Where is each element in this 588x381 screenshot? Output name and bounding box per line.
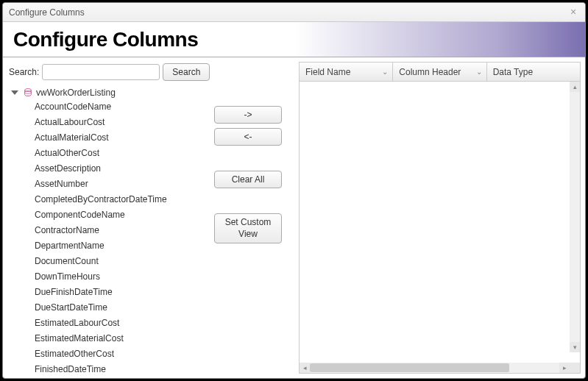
field-tree[interactable]: vwWorkOrderListing AccountCodeNameActual… [8, 86, 196, 373]
search-input[interactable] [42, 64, 160, 80]
tree-root-row[interactable]: vwWorkOrderListing [8, 86, 195, 99]
tree-item[interactable]: AssetDescription [35, 161, 195, 177]
database-icon [23, 88, 33, 98]
scroll-left-icon[interactable]: ◂ [300, 363, 310, 373]
column-label: Data Type [493, 67, 533, 77]
selected-columns-grid: Field Name ⌄ Column Header ⌄ Data Type ▴… [299, 62, 581, 374]
close-icon[interactable]: × [567, 7, 579, 18]
tree-item[interactable]: FinishedDateTime [35, 362, 195, 373]
tree-item[interactable]: DownTimeHours [35, 269, 195, 285]
tree-item[interactable]: DueStartDateTime [35, 300, 195, 316]
tree-item[interactable]: ComponentCodeName [35, 207, 195, 223]
tree-children: AccountCodeNameActualLabourCostActualMat… [8, 99, 195, 373]
tree-root-label: vwWorkOrderListing [36, 88, 116, 98]
remove-button[interactable]: <- [214, 128, 282, 146]
tree-item[interactable]: EstimatedOtherCost [35, 346, 195, 362]
add-button[interactable]: -> [214, 106, 282, 124]
scroll-right-icon[interactable]: ▸ [559, 363, 570, 373]
horizontal-scrollbar[interactable]: ◂ ▸ [300, 363, 580, 373]
search-label: Search: [9, 67, 39, 77]
titlebar: Configure Columns × [3, 3, 585, 22]
column-data-type[interactable]: Data Type [487, 63, 580, 81]
search-row: Search: Search [7, 62, 197, 85]
scroll-down-icon[interactable]: ▾ [570, 342, 580, 352]
vertical-scrollbar[interactable]: ▴ ▾ [570, 82, 580, 352]
page-title: Configure Columns [13, 28, 198, 51]
clear-all-button[interactable]: Clear All [214, 171, 282, 188]
tree-item[interactable]: ActualMaterialCost [35, 130, 195, 146]
window-title: Configure Columns [9, 7, 567, 18]
grid-header: Field Name ⌄ Column Header ⌄ Data Type [300, 63, 580, 82]
column-label: Column Header [399, 67, 461, 77]
dialog-body: Search: Search vwWorkOrderListing Accoun… [3, 57, 585, 378]
tree-wrap: vwWorkOrderListing AccountCodeNameActual… [7, 85, 197, 374]
tree-item[interactable]: DepartmentName [35, 238, 195, 254]
scroll-track[interactable] [310, 363, 559, 373]
scroll-up-icon[interactable]: ▴ [570, 82, 580, 92]
set-custom-view-button[interactable]: Set Custom View [214, 213, 282, 243]
tree-item[interactable]: AssetNumber [35, 177, 195, 192]
tree-item[interactable]: ActualLabourCost [35, 115, 195, 130]
column-label: Field Name [305, 67, 350, 77]
tree-item[interactable]: ActualOtherCost [35, 146, 195, 161]
tree-item[interactable]: AccountCodeName [35, 99, 195, 115]
tree-item[interactable]: DueFinishDateTime [35, 285, 195, 300]
transfer-buttons: -> <- Clear All Set Custom View [200, 62, 296, 374]
grid-body: ▴ ▾ [300, 82, 580, 363]
tree-item[interactable]: DocumentCount [35, 254, 195, 269]
tree-item[interactable]: EstimatedMaterialCost [35, 331, 195, 346]
dialog-window: Configure Columns × Configure Columns Se… [2, 2, 586, 379]
tree-item[interactable]: ContractorName [35, 223, 195, 238]
expand-toggle-icon[interactable] [11, 90, 18, 95]
left-panel: Search: Search vwWorkOrderListing Accoun… [7, 62, 197, 374]
chevron-down-icon: ⌄ [476, 68, 482, 76]
tree-item[interactable]: EstimatedLabourCost [35, 316, 195, 331]
scroll-corner [570, 363, 580, 373]
column-column-header[interactable]: Column Header ⌄ [393, 63, 486, 81]
chevron-down-icon: ⌄ [382, 68, 388, 76]
column-field-name[interactable]: Field Name ⌄ [300, 63, 393, 81]
tree-item[interactable]: CompletedByContractorDateTime [35, 192, 195, 207]
header-banner: Configure Columns [3, 22, 585, 57]
scroll-thumb[interactable] [310, 363, 509, 372]
